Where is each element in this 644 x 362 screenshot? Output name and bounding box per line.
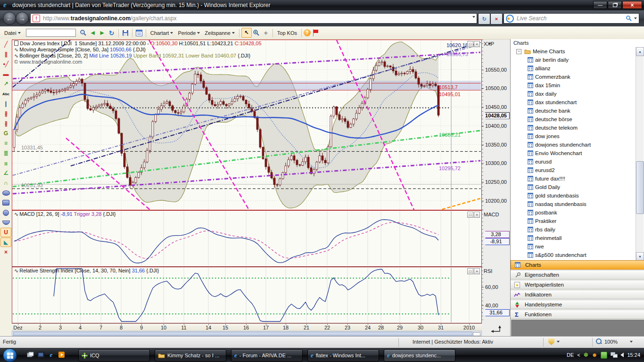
gann-fan-icon[interactable]: ∠ <box>0 168 11 178</box>
protected-mode-icon[interactable] <box>548 338 554 345</box>
symbol-input[interactable] <box>26 29 76 37</box>
media-player-icon[interactable] <box>58 351 66 359</box>
macd-panel[interactable]: ∿MACD [12, 26, 9] -8,91 Trigger 3,28 {.D… <box>12 210 482 267</box>
panel-close-button[interactable]: × <box>474 268 480 274</box>
crosshair-tool-icon[interactable]: + <box>261 28 271 37</box>
ray-line-icon[interactable]: •╱ <box>0 59 11 69</box>
status-face-icon[interactable]: ☻ <box>592 352 598 358</box>
tray-collapse-arrow[interactable]: < <box>577 352 580 358</box>
minimize-button[interactable]: — <box>593 1 607 9</box>
text-tool-icon[interactable]: Abc <box>0 89 11 99</box>
refresh-button[interactable]: ↻ <box>478 13 490 25</box>
polygon-tool-icon[interactable]: ◣ <box>0 238 11 247</box>
axis-instrument-label[interactable]: XXP <box>484 41 494 47</box>
arc-tool-icon[interactable] <box>0 218 11 227</box>
sidebar-section-charts[interactable]: Charts <box>511 260 644 270</box>
datei-menu[interactable]: Datei <box>2 29 23 37</box>
fibonacci-arcs-icon[interactable]: ∩ <box>0 178 11 188</box>
gann-pencil-icon[interactable]: G <box>0 129 11 138</box>
taskbar-button-3[interactable]: e- Forum - ARIVA.DE ... <box>231 349 303 362</box>
tree-item-deutsche-bank[interactable]: deutsche bank <box>511 107 636 115</box>
sidebar-section-wertpapierlisten[interactable]: ★Wertpapierlisten <box>511 280 644 289</box>
chartart-menu[interactable]: Chartart <box>148 29 176 37</box>
save-icon[interactable] <box>121 28 130 37</box>
address-bar[interactable]: ! http://www.tradesignalonline.com/galle… <box>30 13 477 24</box>
tree-item-future-dax-[interactable]: future dax!!!! <box>511 174 636 183</box>
search-dropdown-icon[interactable] <box>634 17 637 19</box>
tree-item-deutsche-b-rse[interactable]: deutsche börse <box>511 115 636 123</box>
fibonacci-extension-icon[interactable]: ||| <box>0 158 11 168</box>
tree-scrollbar-thumb[interactable] <box>636 161 644 214</box>
tree-item-deutsche-telekom[interactable]: deutsche telekom <box>511 123 636 132</box>
start-button[interactable] <box>3 348 17 362</box>
search-icon[interactable] <box>626 15 632 22</box>
hatch-lines3-icon[interactable]: ∦ <box>0 119 11 128</box>
taskbar-button-2[interactable]: Kimmy Schatz - so I ... <box>155 349 226 362</box>
collapse-icon[interactable]: – <box>516 49 521 54</box>
help-icon[interactable]: ? <box>304 29 311 36</box>
zoom-level[interactable]: 100% <box>604 339 618 345</box>
top-kos-button[interactable]: Top KOs <box>275 29 299 37</box>
window-switcher-icon[interactable] <box>37 351 45 359</box>
panel-maximize-button[interactable]: □ <box>467 268 473 274</box>
tree-item-gold-stundenbasis[interactable]: gold stundenbasis <box>511 191 636 200</box>
sidebar-section-eigenschaften[interactable]: Eigenschaften <box>511 270 644 280</box>
tree-item-dow-jones[interactable]: dow jones <box>511 132 636 140</box>
tree-item-gold-daily[interactable]: Gold Daily <box>511 183 636 191</box>
panel-close-button[interactable]: × <box>474 212 480 218</box>
tree-item-eurusd2[interactable]: eurusd2 <box>511 166 636 174</box>
tree-item-rheinmetall[interactable]: rheinmetall <box>511 234 636 242</box>
history-forward-icon[interactable]: ▶ <box>98 28 107 37</box>
scroll-up-button[interactable]: ▲ <box>636 47 644 56</box>
chevron-down-icon[interactable] <box>557 341 560 343</box>
tree-item-dax-15min[interactable]: dax 15min <box>511 81 636 90</box>
zoom-dropdown-icon[interactable] <box>630 341 633 343</box>
chart-horizontal-scrollbar[interactable] <box>12 331 482 336</box>
magnet-tool-icon[interactable]: U <box>0 228 11 237</box>
hatch-lines-icon[interactable]: ∦ <box>0 109 11 118</box>
restore-button[interactable] <box>608 1 622 9</box>
tree-item-rwe[interactable]: rwe <box>511 242 636 251</box>
panel-maximize-button[interactable]: □ <box>467 212 473 218</box>
periode-menu[interactable]: Periode <box>175 29 202 37</box>
tree-item-praktiker[interactable]: Praktiker <box>511 217 636 225</box>
tree-item-dax-stundenchart[interactable]: dax stundenchart <box>511 98 636 107</box>
sidebar-section-handelsysteme[interactable]: Handelsysteme <box>511 300 644 309</box>
scrollbar-thumb[interactable] <box>13 332 472 336</box>
vertical-line-icon[interactable]: | <box>0 99 11 108</box>
address-dropdown-icon[interactable] <box>472 16 475 18</box>
rsi-axis-label[interactable]: RSI <box>484 268 492 274</box>
taskbar-button-1[interactable]: ICQ <box>78 349 150 362</box>
stop-button[interactable]: × <box>490 13 503 25</box>
tree-scrollbar[interactable]: ▲ ▼ <box>636 47 644 260</box>
tree-root-meine-charts[interactable]: –Meine Charts <box>511 47 636 56</box>
taskbar-button-4[interactable]: eflatex - Windows Int... <box>307 349 379 362</box>
ie-quicklaunch-icon[interactable]: e <box>47 351 55 359</box>
forward-button[interactable]: → <box>16 12 29 25</box>
tree-item-envio-wochenchart[interactable]: Envio Wochenchart <box>511 149 636 157</box>
parallel-channel-icon[interactable]: ∥ <box>0 49 11 59</box>
fibonacci-timezones-icon[interactable]: ≣ <box>0 148 11 158</box>
language-indicator[interactable]: DE <box>567 352 574 358</box>
arrow-icon[interactable]: ↗ <box>0 79 11 89</box>
tree-item-rbs-daily[interactable]: rbs daily <box>511 225 636 234</box>
tree-item-air-berlin-daily[interactable]: air berlin daily <box>511 56 636 64</box>
network-icon[interactable] <box>611 352 617 358</box>
rsi-panel[interactable]: ∿Relative Strength Index [Close, 14, 30,… <box>12 267 482 323</box>
flag-icon[interactable] <box>311 28 320 37</box>
tree-item-allianz[interactable]: allianz <box>511 64 636 73</box>
fibonacci-retracement-icon[interactable]: ≡ <box>0 139 11 148</box>
tree-item-s-p500-stundenchart[interactable]: s&p500 stundenchart <box>511 251 636 259</box>
reload-data-icon[interactable]: ↻ <box>107 28 116 37</box>
power-icon[interactable] <box>601 352 607 359</box>
circle-tool-icon[interactable] <box>0 208 11 217</box>
back-button[interactable]: ← <box>3 12 16 25</box>
price-chart-panel[interactable]: Dow Jones Index [.DJI 1 Stunde] 31.12.20… <box>12 40 482 210</box>
live-search-box[interactable]: Live Search <box>504 13 639 24</box>
history-back-icon[interactable]: ◀ <box>88 28 98 37</box>
volume-icon[interactable] <box>620 353 624 357</box>
settings-list-icon[interactable] <box>134 28 144 37</box>
tree-item-dowjones-stundenchart[interactable]: dowjones stundenchart <box>511 140 636 149</box>
sidebar-section-funktionen[interactable]: ΣFunktionen <box>511 310 644 319</box>
tree-item-nasdaq-stundenbasis[interactable]: nasdaq stundenbasis <box>511 200 636 208</box>
